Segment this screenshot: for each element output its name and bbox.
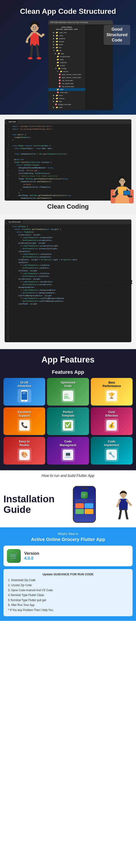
feature-label-optimised: OptimisedCode [61,381,75,388]
svg-rect-28 [64,396,69,397]
code-icon: </> [62,390,74,402]
how-to-run-section: How to run and build Flutter App [0,470,136,481]
svg-rect-19 [124,191,130,195]
svg-point-16 [121,180,121,181]
app-features-section: App Features Features App UI UXAttractiv… [0,349,136,470]
vscode-item: 📁 components [48,55,85,58]
step-3: 3. Opne Code Android And VS Code [8,588,129,593]
vscode-item: 🎯 dark_theme_colors.dart [48,73,85,76]
vscode-item: ▶📁 build [48,43,85,46]
hero-title: Clean App Code Structured [5,7,131,16]
feature-label-management: CodeManagment [60,440,76,447]
update-guidance-steps: 1. Download Zip Code 2. Unzact Zip Code … [7,578,129,613]
version-info: Version 4.0.0 [24,551,39,561]
svg-rect-23 [23,393,26,393]
vscode-item: ▶📁 linux [48,94,85,97]
installation-section: InstallationGuide 🛒 [0,481,136,527]
whats-new-title: Active Online Grocery Flutter App [3,537,133,542]
vscode-item: ▶📁 .idea [48,34,85,37]
feature-card-performance: BestPerformance 🏆 [91,378,133,406]
install-figure [114,489,133,519]
update-guidance-box: Update GUIDANCE FOR RUN CODE 1. Download… [3,569,133,616]
feature-label-template: PerfectTemplate [61,410,75,417]
screen-card [75,503,84,508]
feature-icon-optimised: </> [61,389,75,403]
version-label: Version [24,551,39,556]
step-note: * If You any Problem Then i help You. [8,608,129,613]
vscode-menu: File Edit Selection View Go Run Terminal [50,21,88,24]
feature-label-cost: CostEffective [105,410,118,417]
svg-text:💻: 💻 [64,451,72,458]
feature-icon-reskin: 🎨 [18,448,31,462]
svg-text:📞: 📞 [21,422,28,428]
vscode-item: 🎯 my_theme.dart [48,85,85,88]
vscode-item: 🎯 widget_test.dart [48,103,85,106]
feature-icon-template: ✅ [61,418,75,432]
install-person-svg [114,489,133,519]
vscode-item: ▶📁 ios [48,46,85,49]
palette-icon: 🎨 [19,449,30,461]
vscode-sidebar: EXPLORER: ONLINE_GROCERY_APP ▶📁 .dart_to… [48,24,85,110]
line-numbers: 1234567891011121314151617181920212223242… [5,124,10,200]
theme-code-tab[interactable]: my_theme.dart [6,220,22,223]
vscode-item: ▼📁 lib [48,49,85,52]
vscode-item: ▶📁 app [48,52,85,55]
hero-figure [23,20,46,59]
vscode-item: ▶📁 .dart_tool [48,31,85,34]
wrench-icon: 🔧 [106,449,117,461]
laptop-icon: 💻 [62,449,74,461]
svg-point-15 [120,178,125,184]
whats-new-subtitle: What's New in [3,532,133,536]
feature-label-reskin: Easy toReskin [19,440,30,447]
person-figure-left [24,20,45,59]
version-number: 4.0.0 [24,556,39,561]
vscode-item: 📁 data [48,58,85,61]
vscode-item: ▶📁 test [48,100,85,103]
vscode-titlebar: File Edit Selection View Go Run Terminal [48,20,113,24]
vscode-item: ▼📁 config [48,67,85,70]
vscode-item: 🎯 my_fonts.dart [48,79,85,82]
update-guidance-title: Update GUIDANCE FOR RUN CODE [7,572,129,576]
svg-rect-29 [64,397,67,398]
feature-card-implement: CodeImplement 🔧 [91,437,133,465]
step-6: 6. After Run Your App [8,603,129,608]
theme-section: my_theme.dart 12345678910111213141516171… [0,215,136,349]
feature-icon-cost: 💰 [105,418,118,432]
feature-card-cost: CostEffective 💰 [91,407,133,435]
feature-card-reskin: Easy toReskin 🎨 [3,437,45,465]
step-5: 5.Terminal Type Flutter pub get [8,598,129,603]
vscode-item: ▼📁 theme [48,70,85,73]
feature-icon-management: 💻 [61,448,75,462]
whats-new-section: What's New in Active Online Grocery Flut… [0,527,136,621]
clean-coding-section: main.dart 123456789101112131415161718192… [0,115,136,215]
svg-point-2 [31,24,38,31]
feature-label-implement: CodeImplement [104,440,119,447]
phone-notch [81,488,88,489]
svg-point-48 [130,504,132,506]
feature-card-template: PerfectTemplate ✅ [47,407,89,435]
svg-text:</>: </> [64,393,68,396]
feature-label-performance: BestPerformance [103,381,121,388]
svg-point-25 [24,400,25,401]
hero-content: File Edit Selection View Go Run Terminal… [5,20,131,110]
svg-rect-30 [64,398,70,398]
vscode-item: ▶📁 android [48,37,85,40]
feature-card-support: ExcellentSupport 📞 [3,407,45,435]
feature-label-support: ExcellentSupport [18,410,31,417]
feature-card-management: CodeManagment 💻 [47,437,89,465]
vscode-item: 📁 routes [48,64,85,67]
svg-text:🔧: 🔧 [108,451,115,458]
code-tab[interactable]: main.dart [6,120,18,123]
screen-card [75,509,84,514]
feature-icon-uiux [18,389,31,403]
vscode-item: 📁 modules [48,61,85,64]
app-icon-small: 🛒 [81,492,88,499]
screen-card [85,503,93,508]
svg-point-4 [35,27,36,28]
install-title-wrapper: InstallationGuide [3,494,55,515]
theme-code-titlebar: my_theme.dart [5,219,131,224]
vscode-body: EXPLORER: ONLINE_GROCERY_APP ▶📁 .dart_to… [48,24,113,110]
feature-icon-implement: 🔧 [105,448,118,462]
screen-line [75,502,93,502]
app-icon-large: 🛒 [7,549,21,563]
